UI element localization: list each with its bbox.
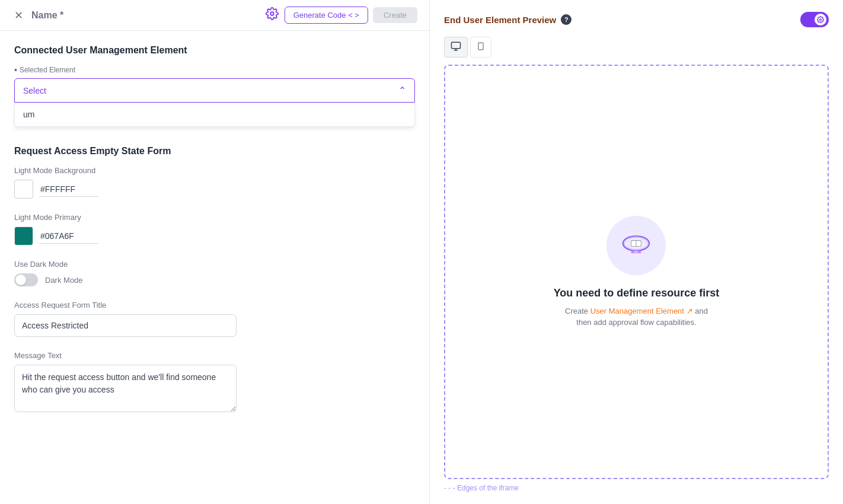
- required-indicator: •: [14, 65, 17, 75]
- top-bar: ✕ Name * Generate Code < > Create: [0, 0, 429, 31]
- mobile-icon: [477, 41, 485, 53]
- right-panel-title: End User Element Preview: [444, 15, 556, 25]
- device-tabs: [444, 37, 829, 58]
- connected-section-title: Connected User Management Element: [14, 45, 415, 56]
- preview-main-text: You need to define resource first: [554, 287, 720, 299]
- message-text-textarea[interactable]: Hit the request access button and we'll …: [14, 365, 237, 412]
- light-mode-bg-color-row: [14, 180, 415, 199]
- generate-code-button[interactable]: Generate Code < >: [285, 7, 368, 24]
- light-mode-bg-swatch[interactable]: [14, 180, 33, 199]
- select-placeholder: Select: [23, 86, 46, 95]
- right-header: End User Element Preview ?: [444, 12, 829, 27]
- dark-mode-toggle-label: Dark Mode: [45, 276, 83, 285]
- access-request-title-row: Access Request Form Title: [14, 301, 415, 337]
- settings-toggle-knob: [815, 14, 826, 25]
- close-button[interactable]: ✕: [12, 8, 25, 23]
- top-bar-actions: Generate Code < > Create: [264, 6, 417, 24]
- svg-point-1: [820, 19, 822, 21]
- message-text-label: Message Text: [14, 351, 415, 360]
- light-mode-primary-input[interactable]: [39, 229, 98, 244]
- svg-point-12: [631, 251, 635, 253]
- preview-icon-bg: [606, 216, 666, 275]
- request-access-form-section: Request Access Empty State Form Light Mo…: [14, 146, 415, 414]
- light-mode-primary-row: Light Mode Primary: [14, 213, 415, 245]
- chevron-up-icon: ⌃: [398, 85, 406, 96]
- preview-frame: You need to define resource first Create…: [444, 65, 829, 479]
- svg-rect-2: [452, 42, 461, 49]
- preview-sub-before: Create: [565, 307, 590, 315]
- dropdown-options: um: [14, 103, 415, 127]
- form-section-title: Request Access Empty State Form: [14, 146, 415, 157]
- right-title-group: End User Element Preview ?: [444, 14, 571, 25]
- iframe-edges-label: - - - Edges of the iframe: [444, 484, 829, 492]
- dark-mode-row: Use Dark Mode Dark Mode: [14, 260, 415, 286]
- preview-content: You need to define resource first Create…: [542, 204, 732, 340]
- create-button[interactable]: Create: [373, 7, 417, 23]
- light-mode-primary-label: Light Mode Primary: [14, 213, 415, 222]
- page-title: Name *: [31, 10, 258, 21]
- dropdown-option-um[interactable]: um: [15, 103, 414, 126]
- settings-icon-button[interactable]: [264, 6, 280, 24]
- help-icon[interactable]: ?: [561, 14, 571, 25]
- settings-toggle[interactable]: [800, 12, 829, 27]
- left-panel: ✕ Name * Generate Code < > Create Connec…: [0, 0, 430, 504]
- svg-point-13: [638, 251, 641, 253]
- desktop-icon: [451, 41, 461, 53]
- selected-element-field-label: • Selected Element: [14, 65, 415, 75]
- message-text-row: Message Text Hit the request access butt…: [14, 351, 415, 414]
- select-dropdown[interactable]: Select ⌃: [14, 78, 415, 103]
- left-content: Connected User Management Element • Sele…: [0, 31, 429, 504]
- light-mode-bg-label: Light Mode Background: [14, 166, 415, 175]
- light-mode-bg-row: Light Mode Background: [14, 166, 415, 199]
- dark-mode-toggle[interactable]: [14, 273, 38, 286]
- select-container: Select ⌃ um: [14, 78, 415, 127]
- light-mode-primary-swatch[interactable]: [14, 227, 33, 245]
- preview-link[interactable]: User Management Element ↗: [590, 307, 693, 315]
- generate-code-label: Generate Code < >: [293, 11, 359, 20]
- create-label: Create: [384, 11, 407, 20]
- dark-mode-section-label: Use Dark Mode: [14, 260, 415, 269]
- svg-point-0: [270, 12, 274, 15]
- right-panel: End User Element Preview ?: [430, 0, 843, 504]
- dark-mode-toggle-row: Dark Mode: [14, 273, 415, 286]
- device-tab-mobile[interactable]: [470, 37, 491, 58]
- access-request-title-input[interactable]: [14, 314, 237, 337]
- device-tab-desktop[interactable]: [444, 37, 468, 58]
- access-request-title-label: Access Request Form Title: [14, 301, 415, 310]
- preview-sub-text: Create User Management Element ↗ and the…: [559, 305, 713, 328]
- light-mode-primary-color-row: [14, 227, 415, 245]
- svg-rect-3: [478, 43, 483, 50]
- light-mode-bg-input[interactable]: [39, 182, 98, 197]
